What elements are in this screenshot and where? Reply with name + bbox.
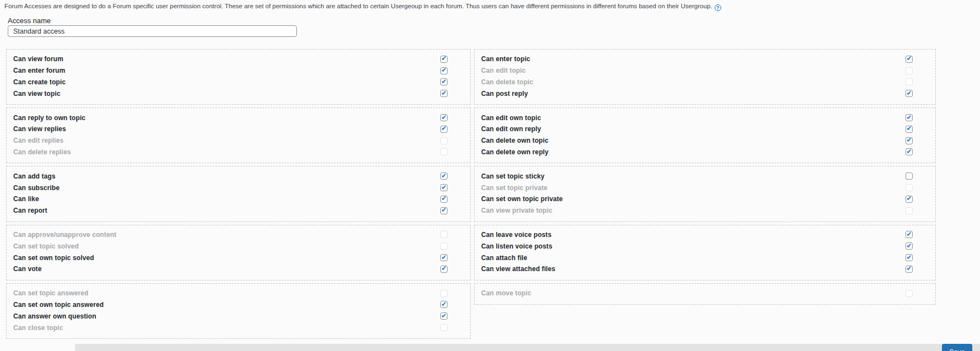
checkbox-checked-icon[interactable]: [906, 196, 913, 203]
checkbox-checked-icon[interactable]: [440, 207, 448, 214]
permission-group-right-5: Can move topic: [474, 283, 936, 305]
permission-item: Can attach file: [481, 252, 913, 263]
permission-item: Can delete topic: [481, 77, 913, 88]
permission-item: Can enter forum: [13, 65, 448, 77]
permission-label: Can edit replies: [13, 137, 63, 144]
permission-group-left-1: Can view forumCan enter forumCan create …: [6, 49, 471, 105]
permission-label: Can delete own topic: [481, 137, 548, 144]
permission-group-left-2: Can reply to own topicCan view repliesCa…: [6, 107, 471, 163]
permission-item: Can set topic sticky: [481, 170, 913, 182]
permission-item: Can set topic private: [481, 182, 913, 193]
permission-label: Can delete own reply: [481, 148, 548, 156]
permission-group-right-2: Can edit own topicCan edit own replyCan …: [474, 107, 936, 163]
permission-label: Can view replies: [13, 125, 66, 133]
access-name-label: Access name: [8, 17, 51, 25]
checkbox-checked-icon[interactable]: [906, 114, 913, 121]
checkbox-checked-icon[interactable]: [440, 196, 448, 203]
checkbox-checked-icon[interactable]: [440, 266, 448, 273]
checkbox-icon: [440, 324, 448, 331]
checkbox-checked-icon[interactable]: [906, 254, 913, 261]
permission-item: Can vote: [13, 263, 448, 275]
checkbox-checked-icon[interactable]: [440, 312, 448, 320]
checkbox-checked-icon[interactable]: [906, 148, 913, 155]
checkbox-checked-icon[interactable]: [906, 242, 913, 250]
permission-label: Can view private topic: [481, 207, 552, 214]
checkbox-checked-icon[interactable]: [906, 137, 913, 144]
checkbox-checked-icon[interactable]: [440, 56, 448, 63]
permission-label: Can view attached files: [481, 265, 555, 273]
checkbox-icon: [906, 207, 913, 214]
permission-item: Can add tags: [13, 170, 448, 182]
permission-group-right-3: Can set topic stickyCan set topic privat…: [474, 166, 936, 222]
checkbox-checked-icon[interactable]: [906, 231, 913, 238]
permission-label: Can set own topic solved: [13, 254, 94, 262]
permission-item: Can set own topic private: [481, 193, 913, 205]
checkbox-checked-icon[interactable]: [440, 78, 448, 85]
checkbox-icon: [440, 290, 448, 297]
permission-label: Can approve/unapprove content: [13, 231, 116, 239]
checkbox-checked-icon[interactable]: [906, 266, 913, 273]
permission-item: Can create topic: [13, 77, 448, 88]
permission-item: Can set own topic solved: [13, 252, 448, 263]
footer-bar: [75, 344, 980, 351]
page-description: Forum Accesses are designed to do a Foru…: [4, 2, 947, 11]
permission-item: Can view private topic: [481, 205, 913, 217]
permission-item: Can like: [13, 193, 448, 205]
permission-item: Can edit own topic: [481, 112, 913, 123]
permission-label: Can set own topic answered: [13, 301, 104, 309]
help-icon[interactable]: ?: [715, 4, 721, 11]
permission-label: Can enter topic: [481, 55, 530, 63]
checkbox-icon[interactable]: [906, 172, 913, 180]
checkbox-checked-icon[interactable]: [440, 184, 448, 191]
checkbox-checked-icon[interactable]: [440, 301, 448, 308]
permission-item: Can edit topic: [481, 65, 913, 77]
checkbox-checked-icon[interactable]: [906, 90, 913, 97]
permission-label: Can leave voice posts: [481, 231, 552, 239]
checkbox-checked-icon[interactable]: [906, 126, 913, 133]
save-button[interactable]: Save: [942, 344, 972, 351]
permission-label: Can close topic: [13, 324, 63, 332]
checkbox-checked-icon[interactable]: [440, 172, 448, 180]
permission-item: Can approve/unapprove content: [13, 229, 448, 241]
permission-group-left-5: Can set topic answeredCan set own topic …: [6, 283, 471, 339]
permission-label: Can reply to own topic: [13, 114, 86, 122]
permission-label: Can edit topic: [481, 67, 526, 74]
permission-item: Can view attached files: [481, 263, 913, 275]
checkbox-icon: [440, 148, 448, 155]
permission-item: Can delete replies: [13, 147, 448, 158]
permission-item: Can close topic: [13, 322, 448, 333]
checkbox-icon: [906, 78, 913, 85]
permission-item: Can view replies: [13, 123, 448, 135]
checkbox-icon: [906, 67, 913, 74]
permission-label: Can listen voice posts: [481, 242, 552, 250]
permission-label: Can set topic sticky: [481, 172, 545, 180]
permission-label: Can vote: [13, 265, 41, 273]
permission-label: Can move topic: [481, 289, 531, 297]
permission-label: Can edit own topic: [481, 114, 541, 122]
permission-item: Can set topic solved: [13, 240, 448, 252]
checkbox-checked-icon[interactable]: [440, 114, 448, 121]
checkbox-checked-icon[interactable]: [440, 67, 448, 74]
permission-label: Can view forum: [13, 55, 63, 63]
checkbox-checked-icon[interactable]: [440, 254, 448, 261]
checkbox-icon: [440, 137, 448, 144]
permission-label: Can create topic: [13, 78, 66, 86]
permission-label: Can add tags: [13, 172, 56, 180]
permission-item: Can delete own topic: [481, 135, 913, 147]
permission-label: Can set topic answered: [13, 289, 88, 297]
checkbox-icon: [440, 242, 448, 250]
permission-item: Can leave voice posts: [481, 229, 913, 241]
permission-item: Can set own topic answered: [13, 299, 448, 311]
checkbox-icon: [906, 290, 913, 297]
checkbox-checked-icon[interactable]: [906, 56, 913, 63]
checkbox-icon: [906, 184, 913, 191]
access-name-input[interactable]: [8, 25, 297, 37]
permission-label: Can post reply: [481, 90, 528, 98]
checkbox-checked-icon[interactable]: [440, 126, 448, 133]
checkbox-icon: [440, 231, 448, 238]
permission-label: Can answer own question: [13, 312, 96, 320]
checkbox-checked-icon[interactable]: [440, 90, 448, 97]
permission-item: Can set topic answered: [13, 288, 448, 299]
page-description-text: Forum Accesses are designed to do a Foru…: [4, 3, 712, 9]
permission-group-left-4: Can approve/unapprove contentCan set top…: [6, 225, 471, 280]
